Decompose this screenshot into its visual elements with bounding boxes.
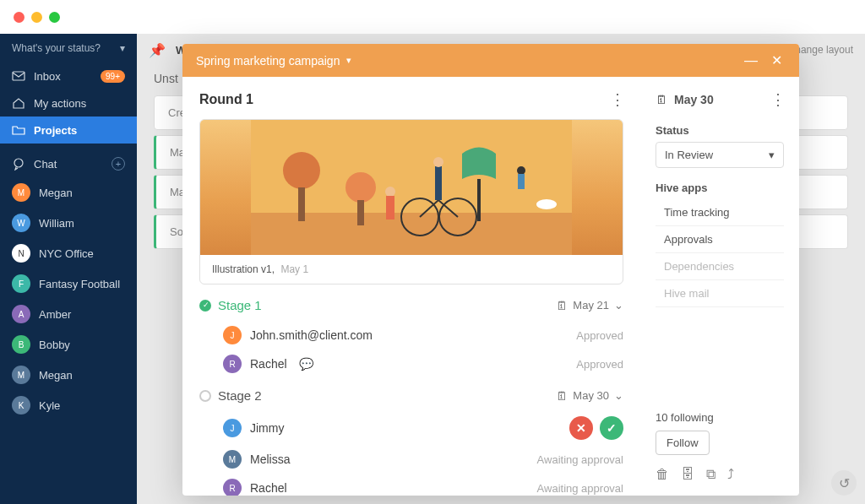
user-label: Megan: [39, 369, 73, 382]
sidebar-user-nyc-office[interactable]: NNYC Office: [0, 238, 137, 268]
app-time-tracking[interactable]: Time tracking: [656, 199, 784, 226]
avatar: B: [12, 335, 30, 354]
nav-projects[interactable]: Projects: [0, 117, 137, 144]
approver-row: R Rachel 💬 Approved: [199, 350, 623, 378]
task-modal: Spring marketing campaign ▾ — ✕ Round 1 …: [182, 44, 799, 496]
chevron-down-icon: ▾: [120, 42, 125, 54]
stage-2: Stage 2 🗓 May 30 ⌄ J Jimmy ✕ ✓: [199, 388, 623, 496]
chat-label: Chat: [34, 158, 57, 171]
maximize-window-dot[interactable]: [49, 12, 60, 23]
sidebar-user-fantasy-football[interactable]: FFantasy Football: [0, 268, 137, 299]
stage-1: Stage 1 🗓 May 21 ⌄ J John.smith@client.c…: [199, 298, 623, 378]
following-count: 10 following: [656, 411, 784, 424]
home-icon: [12, 96, 25, 110]
sidebar-user-megan[interactable]: MMegan: [0, 177, 137, 208]
avatar: J: [223, 326, 242, 344]
minimize-icon[interactable]: —: [741, 53, 761, 68]
avatar: K: [12, 396, 30, 415]
pin-icon[interactable]: 📌: [149, 42, 166, 58]
add-chat-icon[interactable]: +: [112, 157, 125, 171]
svg-rect-12: [477, 179, 481, 221]
change-layout-link[interactable]: nange layout: [795, 44, 853, 56]
approve-button[interactable]: ✓: [600, 416, 623, 440]
nav-my-actions[interactable]: My actions: [0, 89, 137, 117]
approver-name: Melissa: [250, 453, 290, 466]
illustration-card[interactable]: Illustration v1, May 1: [199, 119, 623, 285]
stage-date[interactable]: 🗓 May 30 ⌄: [556, 389, 623, 403]
share-icon[interactable]: ⤴: [727, 467, 734, 482]
status-select[interactable]: In Review ▾: [656, 142, 784, 168]
approver-row: J Jimmy ✕ ✓: [199, 411, 623, 445]
stage-title: Stage 2: [218, 388, 262, 403]
avatar: R: [223, 355, 242, 373]
app-hive-mail[interactable]: Hive mail: [656, 280, 784, 307]
chevron-down-icon: ⌄: [614, 299, 623, 312]
svg-rect-7: [357, 200, 364, 225]
user-label: William: [39, 217, 74, 230]
my-actions-label: My actions: [34, 97, 86, 110]
illustration-image: [200, 120, 623, 255]
approver-name: John.smith@client.com: [250, 328, 373, 342]
minimize-window-dot[interactable]: [31, 12, 42, 23]
avatar: N: [12, 244, 30, 263]
due-date[interactable]: May 30: [674, 93, 714, 106]
svg-point-4: [283, 152, 320, 189]
approver-status: Awaiting approval: [537, 453, 623, 466]
approver-status: Awaiting approval: [537, 482, 623, 495]
stage-date-text: May 21: [573, 299, 609, 312]
status-prompt[interactable]: What's your status? ▾: [0, 34, 137, 62]
illustration-caption: Illustration v1, May 1: [200, 255, 623, 284]
avatar: M: [12, 366, 30, 384]
reject-button[interactable]: ✕: [569, 416, 593, 440]
comment-icon[interactable]: 💬: [299, 357, 313, 371]
chevron-down-icon[interactable]: ▾: [346, 55, 351, 66]
approver-row: R Rachel Awaiting approval: [199, 474, 623, 496]
chevron-down-icon: ⌄: [614, 389, 623, 402]
stage-title: Stage 1: [218, 298, 262, 312]
folder-icon: [12, 123, 25, 137]
follow-button[interactable]: Follow: [656, 431, 710, 455]
history-icon[interactable]: ↺: [831, 470, 857, 496]
svg-point-15: [517, 166, 525, 175]
nav-inbox[interactable]: Inbox 99+: [0, 62, 137, 89]
stage-complete-icon: [199, 300, 211, 312]
caption-date: May 1: [280, 263, 308, 275]
stage-pending-icon: [199, 390, 211, 402]
sidebar-user-amber[interactable]: AAmber: [0, 299, 137, 329]
more-icon[interactable]: ⋮: [610, 90, 623, 109]
svg-rect-5: [298, 187, 305, 221]
avatar: A: [12, 305, 30, 323]
user-label: Amber: [39, 308, 71, 321]
close-window-dot[interactable]: [14, 12, 24, 23]
inbox-label: Inbox: [34, 70, 61, 83]
sidebar-user-kyle[interactable]: KKyle: [0, 390, 137, 420]
app-dependencies[interactable]: Dependencies: [656, 253, 784, 280]
calendar-icon: 🗓: [556, 299, 568, 312]
svg-point-1: [14, 159, 23, 167]
stage-date[interactable]: 🗓 May 21 ⌄: [556, 299, 623, 312]
sidebar-user-bobby[interactable]: BBobby: [0, 329, 137, 360]
avatar: M: [223, 450, 242, 469]
avatar: M: [12, 183, 30, 202]
more-icon[interactable]: ⋮: [770, 90, 784, 109]
window-titlebar: [0, 0, 865, 34]
user-label: Fantasy Football: [39, 278, 120, 290]
approver-status: Approved: [576, 329, 623, 342]
avatar: W: [12, 214, 30, 232]
app-approvals[interactable]: Approvals: [656, 226, 784, 253]
close-icon[interactable]: ✕: [768, 52, 786, 68]
stage-date-text: May 30: [573, 389, 609, 402]
archive-icon[interactable]: 🗄: [681, 467, 694, 482]
sidebar-user-megan-2[interactable]: MMegan: [0, 360, 137, 390]
copy-icon[interactable]: ⧉: [706, 467, 715, 482]
svg-point-11: [433, 157, 443, 167]
calendar-icon: 🗓: [656, 93, 667, 106]
trash-icon[interactable]: 🗑: [656, 467, 669, 482]
sidebar-user-william[interactable]: WWilliam: [0, 208, 137, 238]
avatar: J: [223, 419, 242, 437]
approver-name: Rachel: [250, 481, 287, 495]
nav-chat[interactable]: Chat +: [0, 150, 137, 177]
svg-point-13: [385, 187, 395, 197]
svg-rect-0: [13, 72, 24, 80]
modal-left-panel: Round 1 ⋮: [182, 77, 640, 496]
